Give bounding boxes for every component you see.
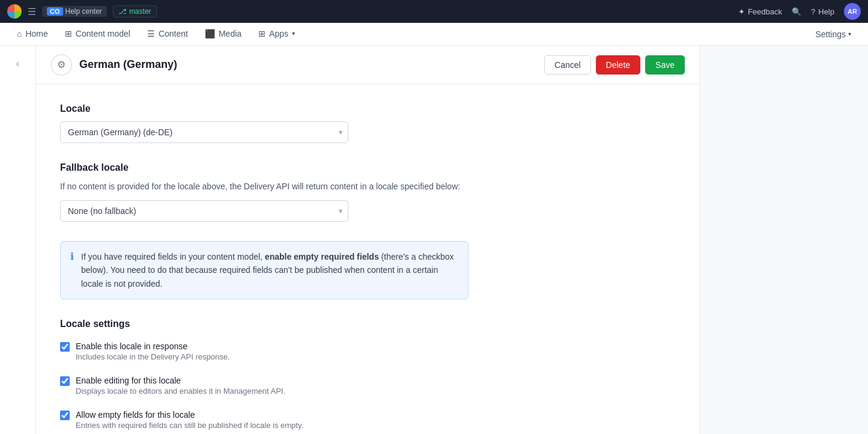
checkbox-enable-editing[interactable]: [60, 376, 70, 386]
sidebar: ‹: [0, 46, 36, 434]
info-text-bold: enable empty required fields: [265, 252, 379, 261]
avatar[interactable]: AR: [844, 3, 861, 20]
checkbox-2-description: Displays locale to editors and enables i…: [76, 387, 285, 396]
fallback-select[interactable]: None (no fallback): [60, 200, 348, 222]
help-center-label: Help center: [65, 7, 102, 16]
page-header: ⚙ German (Germany) Cancel Delete Save: [36, 46, 699, 84]
page-header-left: ⚙ German (Germany): [50, 54, 177, 76]
content-label: Content: [159, 29, 188, 38]
checkbox-allow-empty[interactable]: [60, 411, 70, 420]
delete-button[interactable]: Delete: [596, 55, 640, 75]
nav-settings[interactable]: Settings ▾: [808, 23, 858, 46]
back-button[interactable]: ‹: [7, 53, 29, 75]
home-icon: ⌂: [17, 29, 22, 38]
fallback-select-wrapper: None (no fallback) ▾: [60, 200, 348, 222]
help-button[interactable]: ? Help: [811, 7, 834, 16]
help-icon: ?: [811, 7, 815, 16]
page-gear-icon: ⚙: [50, 54, 72, 76]
branch-label: master: [129, 7, 151, 16]
info-text: If you have required fields in your cont…: [81, 250, 458, 290]
right-panel: [700, 46, 868, 434]
contentful-logo[interactable]: [7, 4, 22, 19]
info-text-plain: If you have required fields in your cont…: [81, 252, 265, 261]
apps-chevron-icon: ▾: [292, 30, 295, 37]
apps-label: Apps: [269, 29, 288, 38]
org-badge[interactable]: CO Help center: [42, 6, 107, 17]
fallback-section: Fallback locale If no content is provide…: [60, 162, 469, 222]
media-label: Media: [219, 29, 241, 38]
checkbox-2-label-group: Enable editing for this locale Displays …: [76, 376, 285, 396]
content-icon: ☰: [147, 29, 155, 38]
topbar: ☰ CO Help center ⎇ master ✦ Feedback 🔍 ?…: [0, 0, 868, 23]
topbar-left: ☰ CO Help center ⎇ master: [7, 4, 157, 19]
page-header-right: Cancel Delete Save: [544, 55, 685, 75]
topbar-right: ✦ Feedback 🔍 ? Help AR: [738, 3, 861, 20]
feedback-label: Feedback: [748, 7, 782, 16]
feedback-button[interactable]: ✦ Feedback: [738, 7, 782, 16]
page-title: German (Germany): [79, 58, 177, 71]
media-icon: ⬛: [205, 29, 215, 38]
checkbox-1-description: Includes locale in the Delivery API resp…: [76, 352, 230, 361]
locale-settings-section: Locale settings Enable this locale in re…: [60, 319, 469, 430]
checkbox-3-description: Entries with required fields can still b…: [76, 421, 303, 430]
checkbox-enable-response[interactable]: [60, 342, 70, 352]
nav-media[interactable]: ⬛ Media: [198, 23, 249, 46]
nav-home[interactable]: ⌂ Home: [10, 23, 55, 46]
content-panel: ⚙ German (Germany) Cancel Delete Save Lo…: [36, 46, 700, 434]
locale-select[interactable]: German (Germany) (de-DE): [60, 121, 348, 143]
search-button[interactable]: 🔍: [792, 7, 801, 16]
branch-badge[interactable]: ⎇ master: [113, 5, 157, 17]
navbar-left: ⌂ Home ⊞ Content model ☰ Content ⬛ Media…: [10, 23, 302, 46]
info-box: ℹ If you have required fields in your co…: [60, 241, 469, 299]
checkbox-item-1: Enable this locale in response Includes …: [60, 341, 469, 361]
cancel-button[interactable]: Cancel: [544, 55, 591, 75]
checkbox-1-label: Enable this locale in response: [76, 341, 230, 351]
settings-section-title: Locale settings: [60, 319, 469, 329]
search-icon: 🔍: [792, 7, 801, 16]
nav-content[interactable]: ☰ Content: [140, 23, 195, 46]
checkbox-3-label-group: Allow empty fields for this locale Entri…: [76, 410, 303, 430]
save-button[interactable]: Save: [645, 55, 685, 75]
back-arrow-icon: ‹: [16, 58, 19, 69]
home-label: Home: [25, 29, 47, 38]
locale-select-wrapper: German (Germany) (de-DE) ▾: [60, 121, 348, 143]
navbar: ⌂ Home ⊞ Content model ☰ Content ⬛ Media…: [0, 23, 868, 46]
help-label: Help: [818, 7, 834, 16]
checkbox-3-label: Allow empty fields for this locale: [76, 410, 303, 420]
info-icon: ℹ: [70, 251, 74, 262]
fallback-description: If no content is provided for the locale…: [60, 180, 469, 193]
checkbox-item-3: Allow empty fields for this locale Entri…: [60, 410, 469, 430]
form-area: Locale German (Germany) (de-DE) ▾ Fallba…: [36, 84, 493, 434]
nav-apps[interactable]: ⊞ Apps ▾: [251, 23, 302, 46]
feedback-icon: ✦: [738, 7, 745, 16]
main-wrapper: ‹ ⚙ German (Germany) Cancel Delete Save …: [0, 46, 868, 434]
content-model-label: Content model: [76, 29, 130, 38]
checkbox-2-label: Enable editing for this locale: [76, 376, 285, 385]
fallback-label: Fallback locale: [60, 162, 469, 173]
org-initials: CO: [47, 7, 63, 16]
nav-content-model[interactable]: ⊞ Content model: [58, 23, 138, 46]
checkbox-item-2: Enable editing for this locale Displays …: [60, 376, 469, 396]
settings-label: Settings: [815, 29, 846, 39]
locale-section: Locale German (Germany) (de-DE) ▾: [60, 103, 469, 143]
content-model-icon: ⊞: [65, 29, 72, 38]
settings-chevron-icon: ▾: [848, 31, 851, 37]
hamburger-icon[interactable]: ☰: [28, 6, 36, 17]
navbar-right: Settings ▾: [808, 23, 858, 46]
gear-icon: ⚙: [57, 59, 65, 70]
checkbox-1-label-group: Enable this locale in response Includes …: [76, 341, 230, 361]
locale-label: Locale: [60, 103, 469, 114]
apps-icon: ⊞: [258, 29, 266, 38]
